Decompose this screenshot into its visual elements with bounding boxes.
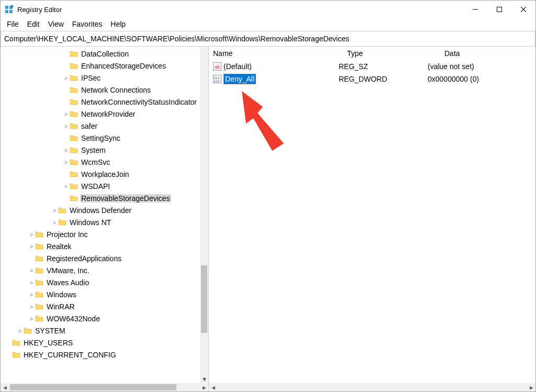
tree-item[interactable]: >Windows [1,288,200,300]
tree-item-label: Network Connections [80,86,152,94]
tree-item[interactable]: >SYSTEM [1,324,200,337]
tree-item[interactable]: RegisteredApplications [1,252,200,264]
tree-horizontal-scrollbar[interactable]: ◂ ▸ [1,383,208,391]
tree-item-label: Windows Defender [69,206,132,215]
value-name-edit[interactable]: Deny_All [224,74,256,84]
tree-item[interactable]: >WSDAPI [1,180,200,192]
expand-chevron-icon[interactable]: > [28,316,35,322]
svg-text:110: 110 [214,80,220,83]
expand-chevron-icon[interactable]: > [62,159,70,165]
expand-chevron-icon[interactable]: > [62,75,70,81]
expand-chevron-icon[interactable]: > [28,243,35,250]
expand-chevron-icon[interactable]: > [28,231,35,238]
close-button[interactable] [511,1,535,18]
value-row[interactable]: 011110Deny_AllREG_DWORD0x00000000 (0) [209,73,535,85]
expand-chevron-icon[interactable]: > [28,304,35,310]
tree-item[interactable]: DataCollection [1,48,200,60]
tree-item[interactable]: WorkplaceJoin [1,168,200,180]
expand-chevron-icon[interactable]: > [62,147,70,153]
tree-item[interactable]: EnhancedStorageDevices [1,60,200,72]
folder-icon [12,339,20,347]
tree-item[interactable]: >safer [1,120,200,132]
tree-item-label: Projector Inc [46,230,89,239]
tree-item-label: NetworkProvider [80,110,136,118]
tree-item-label: WinRAR [46,303,76,311]
title-bar[interactable]: Registry Editor [1,1,535,18]
svg-rect-6 [497,7,502,12]
value-name: (Default) [224,62,252,71]
expand-chevron-icon[interactable]: > [62,183,70,189]
scrollbar-thumb[interactable] [201,265,207,333]
folder-icon [70,98,78,106]
address-bar[interactable]: Computer\HKEY_LOCAL_MACHINE\SOFTWARE\Pol… [1,31,535,47]
tree-vertical-scrollbar[interactable]: ▾ [200,47,208,383]
maximize-button[interactable] [487,1,511,18]
folder-icon [70,122,78,130]
column-name[interactable]: Name [209,47,343,60]
tree-item[interactable]: >VMware, Inc. [1,264,200,276]
tree-item[interactable]: >Windows Defender [1,204,200,216]
menu-edit[interactable]: Edit [23,19,44,29]
expand-chevron-icon[interactable]: > [51,219,58,226]
tree-item[interactable]: >Windows NT [1,216,200,228]
tree-item-label: safer [80,122,98,130]
tree-item[interactable]: >IPSec [1,72,200,84]
tree-item[interactable]: >Waves Audio [1,276,200,288]
expand-chevron-icon[interactable]: > [16,328,24,334]
tree-item-label: Waves Audio [46,278,90,287]
values-pane: Name Type Data ab(Default)REG_SZ(value n… [209,47,535,391]
tree-item[interactable]: >WinRAR [1,300,200,312]
tree-item[interactable]: NetworkConnectivityStatusIndicator [1,96,200,108]
tree-item-label: Realtek [46,242,72,251]
scroll-right-arrow-icon[interactable]: ▸ [527,383,535,391]
tree-item[interactable]: HKEY_USERS [1,337,200,349]
expand-chevron-icon[interactable]: > [28,279,35,286]
tree-item[interactable]: >Realtek [1,240,200,252]
menu-file[interactable]: File [3,19,23,29]
list-horizontal-scrollbar[interactable]: ◂ ▸ [209,383,535,391]
tree-item-label: Windows NT [69,218,112,227]
folder-icon [70,146,78,154]
tree-item-label: EnhancedStorageDevices [80,62,167,70]
tree-item-label: System [80,146,107,154]
expand-chevron-icon[interactable]: > [28,292,35,298]
scrollbar-thumb[interactable] [10,384,176,390]
tree-item-label: HKEY_CURRENT_CONFIG [23,351,117,359]
tree-item[interactable]: >WcmSvc [1,156,200,168]
tree-item-label: NetworkConnectivityStatusIndicator [80,98,198,106]
tree-item[interactable]: SettingSync [1,132,200,144]
tree-item-label: RemovableStorageDevices [80,194,171,203]
value-row[interactable]: ab(Default)REG_SZ(value not set) [209,60,535,73]
expand-chevron-icon[interactable]: > [62,111,70,117]
expand-chevron-icon[interactable]: > [28,267,35,274]
scroll-left-arrow-icon[interactable]: ◂ [1,383,9,391]
tree-item[interactable]: >WOW6432Node [1,312,200,324]
tree-item-label: WSDAPI [80,182,111,191]
tree-item[interactable]: Network Connections [1,84,200,96]
tree-item-label: SYSTEM [34,327,66,335]
column-data[interactable]: Data [440,47,535,60]
expand-chevron-icon[interactable]: > [51,207,58,214]
folder-icon [35,254,43,263]
minimize-button[interactable] [463,1,487,18]
menu-favorites[interactable]: Favorites [68,19,107,29]
expand-chevron-icon[interactable]: > [62,123,70,129]
tree-item[interactable]: >Projector Inc [1,228,200,240]
svg-rect-4 [11,5,13,7]
value-data: 0x00000000 (0) [428,75,535,83]
folder-icon [70,74,78,82]
tree-item[interactable]: HKEY_CURRENT_CONFIG [1,349,200,361]
menu-view[interactable]: View [44,19,68,29]
column-type[interactable]: Type [343,47,440,60]
svg-rect-0 [5,6,8,9]
menu-help[interactable]: Help [106,19,130,29]
tree-item-label: WcmSvc [80,158,111,166]
scroll-right-arrow-icon[interactable]: ▸ [200,383,208,391]
svg-rect-3 [9,10,13,13]
scroll-left-arrow-icon[interactable]: ◂ [209,383,217,391]
tree-item[interactable]: >NetworkProvider [1,108,200,120]
scroll-down-arrow-icon[interactable]: ▾ [200,375,208,383]
tree-item[interactable]: RemovableStorageDevices [1,192,200,204]
tree-pane: DataCollectionEnhancedStorageDevices>IPS… [1,47,209,391]
tree-item[interactable]: >System [1,144,200,156]
